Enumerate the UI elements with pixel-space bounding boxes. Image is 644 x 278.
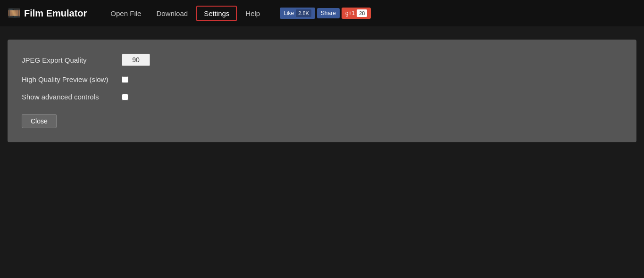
nav-download[interactable]: Download [150, 7, 194, 20]
jpeg-quality-input[interactable] [122, 54, 150, 66]
nav-open-file[interactable]: Open File [104, 7, 148, 20]
gplus-button[interactable]: g+1 28 [342, 8, 371, 19]
nav-links: Open File Download Settings Help [104, 6, 267, 21]
nav-settings[interactable]: Settings [196, 6, 237, 21]
settings-panel: JPEG Export Quality High Quality Preview… [8, 40, 636, 142]
advanced-controls-label: Show advanced controls [22, 93, 116, 101]
logo-icon: 🎞️ [8, 7, 20, 19]
advanced-controls-row: Show advanced controls [22, 93, 622, 101]
fb-share-label: Share [321, 10, 336, 16]
gplus-count: 28 [357, 9, 367, 17]
facebook-like-button[interactable]: Like 2.8K [280, 8, 315, 19]
high-quality-checkbox[interactable] [122, 76, 128, 83]
nav-help[interactable]: Help [239, 7, 267, 20]
jpeg-quality-label: JPEG Export Quality [22, 56, 116, 64]
facebook-share-button[interactable]: Share [317, 8, 340, 18]
close-button[interactable]: Close [22, 114, 57, 128]
fb-like-count: 2.8K [296, 9, 311, 17]
advanced-controls-checkbox[interactable] [122, 94, 128, 100]
high-quality-label: High Quality Preview (slow) [22, 75, 116, 83]
jpeg-quality-row: JPEG Export Quality [22, 54, 622, 66]
navbar: 🎞️ Film Emulator Open File Download Sett… [0, 0, 644, 26]
social-buttons: Like 2.8K Share g+1 28 [280, 8, 371, 19]
gplus-icon: g+1 [345, 10, 355, 16]
main-content: JPEG Export Quality High Quality Preview… [0, 26, 644, 152]
fb-like-label: Like [284, 10, 294, 16]
app-title: Film Emulator [24, 8, 87, 19]
high-quality-row: High Quality Preview (slow) [22, 75, 622, 83]
app-logo: 🎞️ Film Emulator [8, 7, 87, 19]
